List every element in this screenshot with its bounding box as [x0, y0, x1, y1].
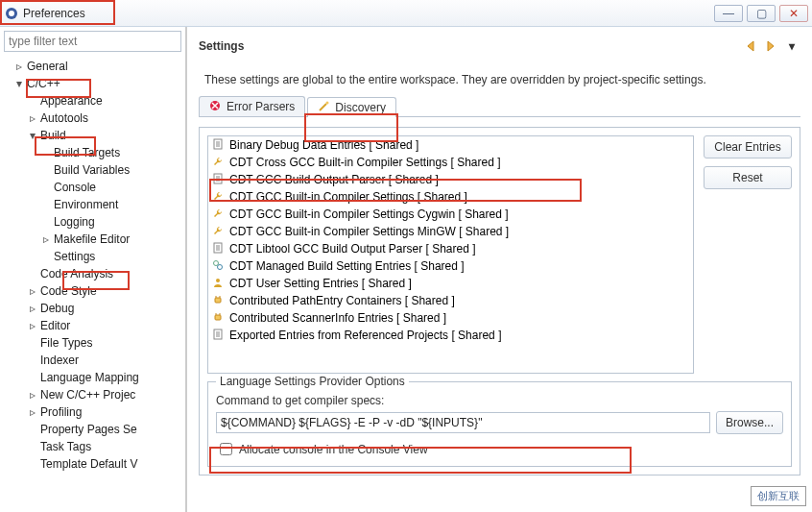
tree-item-prop-pages[interactable]: Property Pages Se	[4, 421, 185, 438]
command-input[interactable]	[216, 412, 710, 433]
provider-row[interactable]: Contributed ScannerInfo Entries [ Shared…	[208, 309, 693, 327]
provider-row[interactable]: CDT Libtool GCC Build Output Parser [ Sh…	[208, 240, 693, 257]
plug-icon	[212, 294, 226, 307]
tree-item-logging[interactable]: Logging	[4, 213, 185, 231]
settings-panel: Settings ▾ These settings are global to …	[187, 27, 812, 512]
back-arrow-icon[interactable]	[745, 38, 762, 54]
tree-item-profiling[interactable]: ▹Profiling	[4, 403, 185, 421]
preferences-sidebar: ▹General ▾C/C++ Appearance ▹Autotools ▾B…	[0, 27, 187, 512]
wrench-icon	[212, 207, 226, 221]
preferences-tree[interactable]: ▹General ▾C/C++ Appearance ▹Autotools ▾B…	[0, 56, 185, 512]
error-icon	[209, 100, 223, 113]
provider-label: CDT Libtool GCC Build Output Parser [ Sh…	[229, 242, 476, 256]
provider-row[interactable]: CDT GCC Built-in Compiler Settings MinGW…	[208, 223, 693, 240]
provider-row[interactable]: Binary Debug Data Entries [ Shared ]	[208, 136, 693, 154]
tree-item-appearance[interactable]: Appearance	[4, 92, 185, 110]
minimize-button[interactable]: —	[714, 5, 743, 22]
tree-item-task-tags[interactable]: Task Tags	[4, 438, 185, 455]
tree-item-autotools[interactable]: ▹Autotools	[4, 110, 185, 127]
tree-item-new-proj[interactable]: ▹New C/C++ Projec	[4, 386, 185, 403]
person-icon	[212, 277, 226, 290]
tree-item-makefile[interactable]: ▹Makefile Editor	[4, 231, 185, 248]
chevron-right-icon: ▹	[27, 303, 38, 314]
provider-label: CDT GCC Built-in Compiler Settings Cygwi…	[229, 207, 509, 221]
filter-input[interactable]	[4, 31, 181, 52]
provider-row[interactable]: Exported Entries from Referenced Project…	[208, 327, 693, 344]
close-button[interactable]: ✕	[779, 5, 808, 22]
clear-entries-button[interactable]: Clear Entries	[704, 135, 792, 158]
svg-point-3	[326, 102, 329, 105]
chevron-down-icon: ▾	[27, 130, 38, 141]
tree-item-environment[interactable]: Environment	[4, 196, 185, 213]
provider-label: Contributed PathEntry Containers [ Share…	[229, 294, 455, 307]
svg-point-9	[216, 279, 220, 282]
tree-item-console[interactable]: Console	[4, 179, 185, 196]
tree-item-lang-map[interactable]: Language Mapping	[4, 369, 185, 386]
tree-item-build-variables[interactable]: Build Variables	[4, 161, 185, 179]
svg-rect-11	[215, 315, 221, 320]
dropdown-icon[interactable]: ▾	[783, 38, 800, 54]
tree-item-ccpp[interactable]: ▾C/C++	[4, 75, 185, 92]
page-icon	[212, 138, 226, 152]
tree-item-tmpl-default[interactable]: Template Default V	[4, 455, 185, 473]
tree-item-file-types[interactable]: File Types	[4, 334, 185, 352]
maximize-button[interactable]: ▢	[747, 5, 776, 22]
wand-icon	[318, 101, 331, 114]
providers-listbox[interactable]: Binary Debug Data Entries [ Shared ]CDT …	[207, 135, 694, 374]
provider-row[interactable]: CDT Managed Build Setting Entries [ Shar…	[208, 257, 693, 275]
tab-discovery[interactable]: Discovery	[307, 97, 396, 117]
chevron-right-icon: ▹	[27, 320, 38, 331]
plug-icon	[212, 311, 226, 325]
tree-item-indexer[interactable]: Indexer	[4, 352, 185, 369]
chevron-right-icon: ▹	[27, 389, 38, 401]
reset-button[interactable]: Reset	[704, 166, 792, 189]
provider-row[interactable]: CDT GCC Build Output Parser [ Shared ]	[208, 171, 693, 188]
svg-point-7	[214, 261, 219, 266]
tab-error-parsers[interactable]: Error Parsers	[199, 96, 305, 116]
chevron-right-icon: ▹	[13, 61, 25, 72]
svg-point-1	[9, 11, 14, 16]
wrench-icon	[212, 156, 226, 169]
provider-label: Binary Debug Data Entries [ Shared ]	[229, 138, 418, 152]
provider-label: CDT Managed Build Setting Entries [ Shar…	[229, 259, 465, 273]
page-title: Settings	[199, 39, 244, 53]
page-icon	[212, 329, 226, 342]
provider-label: CDT User Setting Entries [ Shared ]	[229, 277, 412, 290]
app-icon	[4, 6, 19, 21]
provider-label: Exported Entries from Referenced Project…	[229, 329, 501, 342]
watermark: 创新互联	[751, 486, 806, 506]
window-titlebar: Preferences — ▢ ✕	[0, 0, 812, 27]
tree-item-editor[interactable]: ▹Editor	[4, 317, 185, 334]
provider-label: CDT GCC Build Output Parser [ Shared ]	[229, 173, 439, 186]
forward-arrow-icon[interactable]	[764, 38, 781, 54]
command-label: Command to get compiler specs:	[216, 394, 783, 407]
chevron-right-icon: ▹	[27, 406, 38, 418]
tree-item-code-analysis[interactable]: Code Analysis	[4, 265, 185, 282]
tree-item-general[interactable]: ▹General	[4, 58, 185, 75]
tree-item-settings[interactable]: Settings	[4, 248, 185, 265]
provider-label: CDT Cross GCC Built-in Compiler Settings…	[229, 156, 501, 169]
tree-item-code-style[interactable]: ▹Code Style	[4, 282, 185, 300]
provider-row[interactable]: CDT GCC Built-in Compiler Settings [ Sha…	[208, 188, 693, 206]
provider-label: CDT GCC Built-in Compiler Settings [ Sha…	[229, 190, 467, 204]
chevron-right-icon: ▹	[27, 112, 38, 124]
chevron-right-icon: ▹	[40, 233, 52, 245]
chevron-down-icon: ▾	[13, 78, 25, 89]
page-icon	[212, 173, 226, 186]
tree-item-build-targets[interactable]: Build Targets	[4, 144, 185, 161]
allocate-console-input[interactable]	[220, 443, 232, 455]
provider-row[interactable]: CDT Cross GCC Built-in Compiler Settings…	[208, 154, 693, 171]
provider-label: Contributed ScannerInfo Entries [ Shared…	[229, 311, 446, 325]
tree-item-debug[interactable]: ▹Debug	[4, 300, 185, 317]
svg-point-8	[218, 265, 223, 270]
settings-description: These settings are global to the entire …	[204, 73, 800, 86]
provider-row[interactable]: CDT User Setting Entries [ Shared ]	[208, 275, 693, 292]
wrench-icon	[212, 225, 226, 238]
tree-item-build[interactable]: ▾Build	[4, 127, 185, 144]
window-title: Preferences	[23, 7, 85, 20]
options-legend: Language Settings Provider Options	[216, 375, 409, 388]
browse-button[interactable]: Browse...	[716, 411, 783, 434]
provider-row[interactable]: CDT GCC Built-in Compiler Settings Cygwi…	[208, 206, 693, 223]
allocate-console-checkbox[interactable]: Allocate console in the Console View	[216, 440, 783, 458]
provider-row[interactable]: Contributed PathEntry Containers [ Share…	[208, 292, 693, 309]
